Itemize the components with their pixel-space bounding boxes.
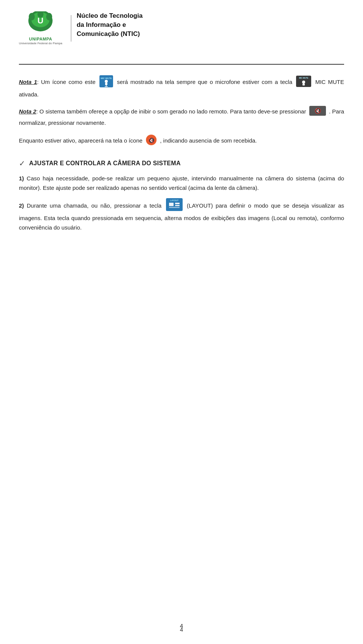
ntic-line2: da Informação e <box>77 20 143 29</box>
item2-number: 2) <box>19 202 24 208</box>
page-header: U UNIPAMPA Universidade Federal do Pampa… <box>19 11 344 45</box>
nota2-text3: Enquanto estiver ativo, aparecerá na tel… <box>19 137 143 144</box>
svg-point-3 <box>29 13 35 20</box>
nota1-label: Nota 1 <box>19 79 37 85</box>
svg-text:🔇: 🔇 <box>314 108 321 114</box>
nota2-text4: , indicando ausencia de som recebida. <box>160 137 257 144</box>
svg-text:LAYOUT: LAYOUT <box>170 199 179 202</box>
header-rule <box>19 64 344 65</box>
logo-unipampa: U UNIPAMPA Universidade Federal do Pampa <box>19 11 62 45</box>
nota2-label: Nota 2 <box>19 108 36 115</box>
svg-rect-24 <box>175 205 180 206</box>
nota2-paragraph2: Enquanto estiver ativo, aparecerá na tel… <box>19 134 344 148</box>
checkmark-icon: ✓ <box>19 159 25 168</box>
mute-btn-inline: 🔇 <box>309 106 326 118</box>
item2-paragraph: 2) Durante uma chamada, ou não, pression… <box>19 198 344 233</box>
nota1-text2: será mostrado na tela sempre que o micro… <box>117 79 292 85</box>
mic-icon-inline: MIC MUTE <box>99 75 113 90</box>
ntic-title-block: Núcleo de Tecnologia da Informação e Com… <box>77 11 143 38</box>
svg-rect-9 <box>105 83 107 85</box>
nota2-paragraph1: Nota 2: O sistema também ofereçe a opçãp… <box>19 106 344 127</box>
nota1-paragraph: Nota 1: Um ícone como este MIC MUTE será… <box>19 75 344 99</box>
layout-key-inline: LAYOUT <box>166 198 183 214</box>
svg-point-8 <box>105 80 108 83</box>
speaker-off-inline: 🔇 <box>146 134 157 148</box>
svg-point-4 <box>46 13 52 20</box>
item1-text: Caso haja necessidade, pode-se realizar … <box>19 175 344 191</box>
section-heading: ✓ AJUSTAR E CONTROLAR A CÂMERA DO SISTEM… <box>19 159 344 168</box>
item1-paragraph: 1) Caso haja necessidade, pode-se realiz… <box>19 174 344 193</box>
mic-mute-key-svg: MIC MUTE <box>296 76 311 87</box>
svg-text:🔇: 🔇 <box>148 137 155 144</box>
item2-text-before: Durante uma chamada, ou não, pressionar … <box>27 202 164 208</box>
main-content: Nota 1: Um ícone como este MIC MUTE será… <box>19 75 344 233</box>
svg-rect-15 <box>302 84 305 85</box>
speaker-off-svg: 🔇 <box>146 134 157 146</box>
logo-name-text: UNIPAMPA <box>19 37 62 41</box>
unipampa-logo-svg: U <box>23 11 57 36</box>
nota2-text1: : O sistema também ofereçe a opçãp de in… <box>36 108 308 115</box>
svg-rect-23 <box>175 203 180 204</box>
logo-subtitle-text: Universidade Federal do Pampa <box>19 42 62 45</box>
svg-point-14 <box>302 81 305 84</box>
mic-mute-key-inline: MIC MUTE <box>296 76 311 90</box>
item1-number: 1) <box>19 175 24 182</box>
svg-rect-25 <box>169 207 180 208</box>
svg-text:MIC MUTE: MIC MUTE <box>101 77 112 79</box>
svg-text:MIC MUTE: MIC MUTE <box>299 77 309 79</box>
mute-btn-svg: 🔇 <box>309 106 326 116</box>
section-title-text: AJUSTAR E CONTROLAR A CÂMERA DO SISTEMA <box>29 160 181 167</box>
mic-icon-svg: MIC MUTE <box>99 75 113 87</box>
svg-rect-22 <box>169 203 174 206</box>
ntic-line1: Núcleo de Tecnologia <box>77 11 143 20</box>
nota1-text1: : Um ícone como este <box>37 79 96 85</box>
header-divider <box>71 15 71 42</box>
page-number-bottom: 4 <box>0 622 363 629</box>
layout-key-svg: LAYOUT <box>166 198 183 211</box>
ntic-line3: Comunicação (NTIC) <box>77 29 143 39</box>
